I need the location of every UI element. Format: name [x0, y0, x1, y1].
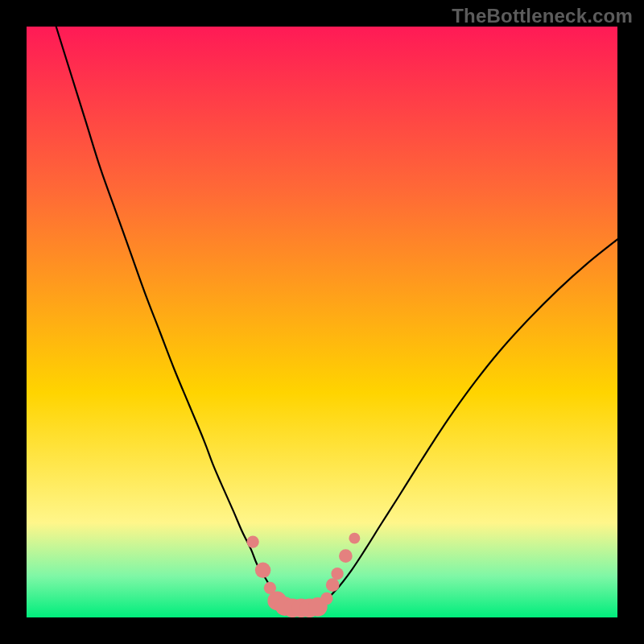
chart-frame: TheBottleneck.com [0, 0, 644, 644]
marker-dot [255, 563, 271, 579]
watermark-text: TheBottleneck.com [452, 5, 633, 27]
marker-dot [326, 578, 340, 592]
marker-dot [339, 549, 353, 563]
marker-dot [331, 568, 343, 580]
marker-dot [246, 535, 258, 547]
marker-dot [320, 592, 332, 605]
bottleneck-chart [27, 27, 617, 617]
gradient-background [27, 27, 617, 617]
marker-dot [349, 533, 360, 544]
plot-area [27, 27, 617, 617]
